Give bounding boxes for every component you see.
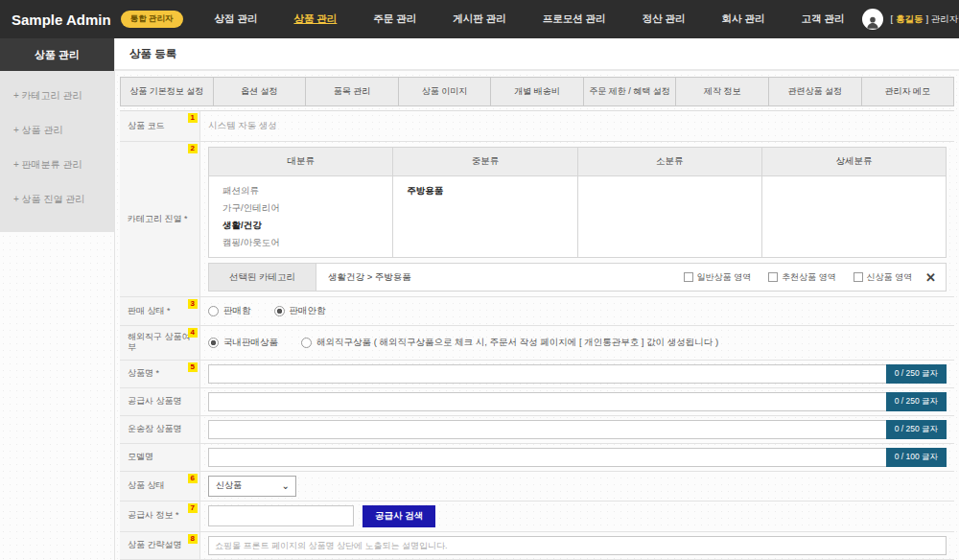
radio-label: 판매안함 <box>290 305 326 317</box>
tab-product-image[interactable]: 상품 이미지 <box>398 77 492 106</box>
tab-individual-shipping[interactable]: 개별 배송비 <box>490 77 584 106</box>
checkbox-recommend-area[interactable]: 추천상품 영역 <box>768 271 836 284</box>
label-text: 상품 코드 <box>128 121 165 131</box>
nav-item-product[interactable]: 상품 관리 <box>275 12 355 26</box>
list-item-selected[interactable]: 생활/건강 <box>222 217 379 234</box>
tab-item-management[interactable]: 품목 관리 <box>305 77 399 106</box>
radio-checked-icon[interactable] <box>274 306 285 316</box>
label-text: 상품 상태 <box>128 480 165 491</box>
waybill-product-name-input[interactable] <box>208 420 947 439</box>
checkbox-icon[interactable] <box>854 272 863 282</box>
sidebar-item-sales-class-management[interactable]: + 판매분류 관리 <box>0 148 114 182</box>
sidebar: 상품 관리 + 카테고리 관리 + 상품 관리 + 판매분류 관리 + 상품 진… <box>0 38 115 560</box>
nav-item-customer[interactable]: 고객 관리 <box>783 12 862 26</box>
supplier-info-input[interactable] <box>208 505 354 526</box>
product-condition-select[interactable]: 신상품 ⌄ <box>208 476 296 497</box>
row-supplier-info: 공급사 정보 * 7 공급사 검색 <box>120 502 954 532</box>
product-name-input[interactable] <box>208 364 947 384</box>
chevron-down-icon: ⌄ <box>282 481 290 491</box>
row-product-condition: 상품 상태 6 신상품 ⌄ <box>120 472 954 502</box>
list-item[interactable]: 패션의류 <box>222 182 379 199</box>
tab-production-info[interactable]: 제작 정보 <box>675 77 769 106</box>
role-badge[interactable]: 통합 관리자 <box>121 11 183 28</box>
supplier-product-name-input[interactable] <box>208 392 947 411</box>
label-text: 상품명 * <box>128 368 159 379</box>
label-product-name: 상품명 * 5 <box>120 361 200 387</box>
nav-item-company[interactable]: 회사 관리 <box>704 12 784 26</box>
col-header-sub-category: 소분류 <box>577 148 761 175</box>
num-badge-3: 3 <box>188 299 198 309</box>
sub-category-list <box>577 176 761 257</box>
sidebar-item-display-management[interactable]: + 상품 진열 관리 <box>0 182 114 217</box>
top-header: Sample Admin 통합 관리자 상점 관리 상품 관리 주문 관리 게시… <box>0 0 959 38</box>
selected-category-value: 생활건강 > 주방용품 <box>316 271 667 284</box>
num-badge-6: 6 <box>188 474 198 483</box>
char-counter-badge: 0 / 250 글자 <box>886 364 947 384</box>
category-table-body: 패션의류 가구/인테리어 생활/건강 캠핑/아웃도어 주방용품 <box>209 176 946 257</box>
col-header-mid-category: 중분류 <box>392 148 576 175</box>
num-badge-5: 5 <box>188 362 198 372</box>
sidebar-menu: + 카테고리 관리 + 상품 관리 + 판매분류 관리 + 상품 진열 관리 <box>0 71 114 232</box>
radio-not-on-sale[interactable]: 판매안함 <box>274 305 326 317</box>
product-form: 상품 코드 1 시스템 자동 생성 카테고리 진열 * 2 대분류 <box>120 110 954 560</box>
label-sale-status: 판매 상태 * 3 <box>120 297 200 325</box>
tab-option-settings[interactable]: 옵션 설정 <box>213 77 307 106</box>
radio-checked-icon[interactable] <box>208 338 219 348</box>
num-badge-7: 7 <box>188 503 198 513</box>
radio-overseas[interactable]: 해외직구상품 ( 해외직구상품으로 체크 시, 주문서 작성 페이지에 [ 개인… <box>301 337 718 349</box>
selected-category-label: 선택된 카테고리 <box>209 264 316 291</box>
tab-admin-memo[interactable]: 관리자 메모 <box>861 77 955 106</box>
supplier-search-button[interactable]: 공급사 검색 <box>363 505 435 527</box>
nav-item-settlement[interactable]: 정산 관리 <box>624 12 704 26</box>
header-user-area: [홍길동] 관리자님 안녕하세요! 로그아웃 <box>862 9 959 30</box>
list-item-selected[interactable]: 주방용품 <box>407 182 563 199</box>
sidebar-title: 상품 관리 <box>0 38 114 71</box>
tab-related-products[interactable]: 관련상품 설정 <box>768 77 862 106</box>
char-counter-badge: 0 / 100 글자 <box>886 448 947 467</box>
label-model-name: 모델명 <box>120 444 200 471</box>
radio-label: 판매함 <box>223 305 251 317</box>
body-wrap: 상품 관리 + 카테고리 관리 + 상품 관리 + 판매분류 관리 + 상품 진… <box>0 38 959 560</box>
list-item[interactable]: 가구/인테리어 <box>222 199 379 217</box>
input-wrap: 0 / 250 글자 <box>208 364 947 384</box>
model-name-input[interactable] <box>208 448 947 467</box>
close-icon[interactable]: ✕ <box>925 271 936 284</box>
label-text: 해외직구 상품여부 <box>128 332 197 354</box>
checkbox-label: 일반상품 영역 <box>697 271 752 284</box>
radio-icon[interactable] <box>208 306 219 316</box>
sidebar-item-product-management[interactable]: + 상품 관리 <box>0 113 114 148</box>
row-waybill-product-name: 운송장 상품명 0 / 250 글자 <box>120 416 954 444</box>
label-text: 운송장 상품명 <box>128 424 182 434</box>
overseas-options: 국내판매상품 해외직구상품 ( 해외직구상품으로 체크 시, 주문서 작성 페이… <box>200 326 954 360</box>
nav-item-board[interactable]: 게시판 관리 <box>434 12 524 26</box>
radio-domestic[interactable]: 국내판매상품 <box>208 337 278 349</box>
checkbox-new-area[interactable]: 신상품 영역 <box>854 271 913 284</box>
checkbox-label: 신상품 영역 <box>867 271 913 284</box>
radio-icon[interactable] <box>301 338 312 348</box>
label-supplier-product-name: 공급사 상품명 <box>120 388 200 415</box>
model-name-value: 0 / 100 글자 <box>200 444 954 471</box>
user-name: 홍길동 <box>893 13 926 24</box>
checkbox-general-area[interactable]: 일반상품 영역 <box>684 271 752 284</box>
list-item[interactable]: 캠핑/아웃도어 <box>222 234 379 251</box>
label-product-condition: 상품 상태 6 <box>120 472 200 501</box>
radio-on-sale[interactable]: 판매함 <box>208 305 251 317</box>
checkbox-icon[interactable] <box>768 272 778 282</box>
selected-category-bar: 선택된 카테고리 생활건강 > 주방용품 일반상품 영역 추천상품 영역 신상품… <box>208 263 947 292</box>
nav-item-store[interactable]: 상점 관리 <box>197 12 276 26</box>
tab-order-limit-benefit[interactable]: 주문 제한 / 혜택 설정 <box>583 77 677 106</box>
sidebar-item-category-management[interactable]: + 카테고리 관리 <box>0 79 114 113</box>
label-category: 카테고리 진열 * 2 <box>120 142 200 296</box>
nav-item-promotion[interactable]: 프로모션 관리 <box>525 12 624 26</box>
supplier-product-name-value: 0 / 250 글자 <box>200 388 954 415</box>
label-text: 상품 간략설명 <box>128 540 182 550</box>
row-category: 카테고리 진열 * 2 대분류 중분류 소분류 상세분류 <box>120 142 954 297</box>
label-text: 공급사 상품명 <box>128 396 182 407</box>
tab-basic-info[interactable]: 상품 기본정보 설정 <box>120 77 214 106</box>
col-header-main-category: 대분류 <box>209 148 392 175</box>
input-wrap: 0 / 250 글자 <box>208 420 947 439</box>
checkbox-icon[interactable] <box>684 272 693 282</box>
brief-desc-input[interactable] <box>208 536 947 555</box>
nav-item-order[interactable]: 주문 관리 <box>355 12 434 26</box>
radio-label: 해외직구상품 ( 해외직구상품으로 체크 시, 주문서 작성 페이지에 [ 개인… <box>316 337 718 349</box>
